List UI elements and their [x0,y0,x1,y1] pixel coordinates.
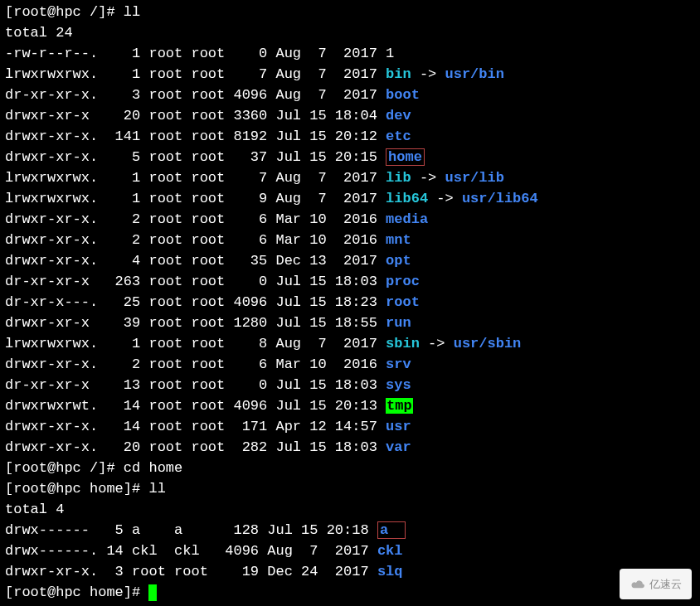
file-row: -rw-r--r--. 1 root root 0 Aug 7 2017 1 [5,43,695,64]
prompt-line: [root@hpc home]# ll [5,478,695,499]
file-row: drwxr-xr-x. 3 root root 19 Dec 24 2017 s… [5,561,695,582]
dir-name: sys [386,377,411,393]
dir-name: root [386,294,420,310]
dir-name: etc [386,128,411,144]
file-row: drwxr-xr-x. 14 root root 171 Apr 12 14:5… [5,416,695,437]
file-row: drwxr-xr-x. 20 root root 282 Jul 15 18:0… [5,437,695,458]
prompt-line: [root@hpc /]# cd home [5,458,695,478]
prompt-line[interactable]: [root@hpc home]# [5,582,695,603]
dir-name: media [386,211,428,227]
symlink-name: lib [386,170,411,186]
highlighted-entry: a [377,521,406,539]
dir-name: usr [386,419,411,434]
file-name: 1 [386,46,394,61]
symlink-target: usr/lib [445,170,504,186]
total-line: total 4 [5,499,695,520]
symlink-target: usr/lib64 [462,191,538,206]
symlink-name: bin [386,66,411,82]
dir-name: opt [386,253,411,269]
file-row: lrwxrwxrwx. 1 root root 7 Aug 7 2017 bin… [5,64,695,85]
dir-name: dev [386,108,411,124]
prompt-line: [root@hpc /]# ll [5,2,695,22]
symlink-name: lib64 [386,191,428,206]
watermark-badge: 亿速云 [620,569,692,599]
file-row: drwxr-xr-x. 5 root root 37 Jul 15 20:15 … [5,147,695,167]
highlighted-entry: home [386,148,425,166]
file-row: lrwxrwxrwx. 1 root root 8 Aug 7 2017 sbi… [5,333,695,354]
file-row: dr-xr-xr-x. 3 root root 4096 Aug 7 2017 … [5,85,695,105]
file-row: drwx------. 14 ckl ckl 4096 Aug 7 2017 c… [5,541,695,561]
file-row: drwx------ 5 a a 128 Jul 15 20:18 a [5,520,695,541]
file-row: drwxr-xr-x. 2 root root 6 Mar 10 2016 sr… [5,354,695,375]
file-row: drwxr-xr-x 39 root root 1280 Jul 15 18:5… [5,313,695,333]
file-row: drwxr-xr-x. 2 root root 6 Mar 10 2016 me… [5,209,695,230]
dir-name: slq [377,564,403,579]
cursor-icon [148,584,157,601]
file-row: drwxr-xr-x. 2 root root 6 Mar 10 2016 mn… [5,230,695,250]
file-row: drwxr-xr-x. 4 root root 35 Dec 13 2017 o… [5,250,695,271]
sticky-dir-name: tmp [386,398,413,414]
dir-name: ckl [377,543,403,559]
dir-name: proc [386,274,420,289]
symlink-target: usr/bin [445,66,504,82]
dir-name: mnt [386,232,411,248]
file-row: drwxr-xr-x 20 root root 3360 Jul 15 18:0… [5,105,695,126]
file-row: lrwxrwxrwx. 1 root root 7 Aug 7 2017 lib… [5,167,695,188]
symlink-name: sbin [386,336,420,351]
cloud-icon [630,579,646,590]
watermark-text: 亿速云 [649,574,682,594]
file-row: lrwxrwxrwx. 1 root root 9 Aug 7 2017 lib… [5,188,695,209]
file-row: drwxrwxrwt. 14 root root 4096 Jul 15 20:… [5,395,695,416]
dir-name: boot [386,87,420,103]
total-line: total 24 [5,22,695,43]
file-row: drwxr-xr-x. 141 root root 8192 Jul 15 20… [5,126,695,147]
file-row: dr-xr-xr-x 263 root root 0 Jul 15 18:03 … [5,271,695,292]
file-listing: drwx------ 5 a a 128 Jul 15 20:18 adrwx-… [5,520,695,582]
dir-name: srv [386,356,411,372]
file-listing: -rw-r--r--. 1 root root 0 Aug 7 2017 1lr… [5,43,695,458]
dir-name: var [386,439,411,455]
file-row: dr-xr-xr-x 13 root root 0 Jul 15 18:03 s… [5,375,695,395]
file-row: dr-xr-x---. 25 root root 4096 Jul 15 18:… [5,292,695,313]
dir-name: run [386,315,411,331]
symlink-target: usr/sbin [454,336,522,351]
